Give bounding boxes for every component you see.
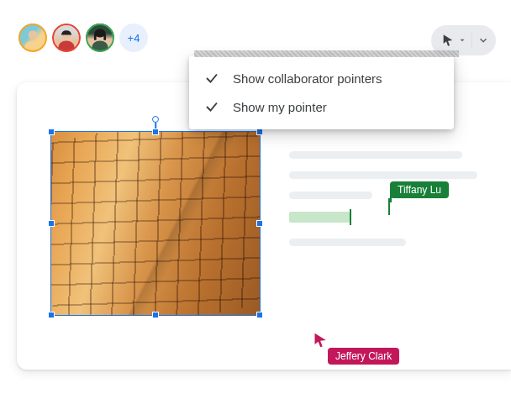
- resize-handle-bl[interactable]: [48, 312, 55, 318]
- pointer-icon: [441, 34, 455, 47]
- rotate-handle[interactable]: [152, 116, 159, 123]
- selected-image[interactable]: [50, 119, 261, 316]
- resize-handle-tr[interactable]: [256, 129, 263, 135]
- avatar[interactable]: [18, 24, 47, 52]
- collaborator-pointer-label-jeffery: Jeffery Clark: [328, 348, 399, 365]
- collaborator-pointer-jeffery: [313, 331, 329, 349]
- check-icon: [204, 71, 219, 86]
- chevron-down-icon: [477, 34, 489, 46]
- text-line-placeholder: [289, 151, 462, 159]
- text-block: [289, 151, 477, 259]
- resize-handle-tl[interactable]: [48, 129, 55, 135]
- collaborator-cursor-label-tiffany: Tiffany Lu: [390, 181, 449, 198]
- resize-handle-tm[interactable]: [152, 129, 159, 135]
- pointer-dropdown-menu: Show collaborator pointers Show my point…: [189, 55, 454, 129]
- text-line-placeholder: [289, 171, 477, 179]
- separator: [471, 32, 472, 49]
- avatar[interactable]: [52, 24, 81, 52]
- more-collaborators-badge[interactable]: +4: [119, 24, 148, 52]
- selection-outline: [50, 131, 261, 316]
- avatar[interactable]: [86, 24, 114, 52]
- resize-handle-bm[interactable]: [152, 312, 159, 318]
- pointer-icon: [313, 331, 329, 349]
- menu-item-show-my-pointer[interactable]: Show my pointer: [189, 92, 454, 121]
- resize-handle-br[interactable]: [256, 312, 263, 318]
- menu-item-label: Show my pointer: [233, 100, 327, 114]
- collaborator-name: Jeffery Clark: [335, 350, 392, 362]
- text-line-placeholder: [289, 192, 372, 199]
- selection-highlight: [289, 212, 350, 223]
- menu-item-show-collaborator-pointers[interactable]: Show collaborator pointers: [189, 64, 454, 92]
- resize-handle-ml[interactable]: [48, 220, 55, 227]
- collaborator-name: Tiffany Lu: [398, 184, 441, 196]
- more-count: +4: [128, 32, 140, 45]
- collaborator-avatars: +4: [18, 24, 148, 52]
- check-icon: [204, 99, 219, 114]
- text-line-placeholder: [289, 239, 406, 246]
- resize-handle-mr[interactable]: [256, 220, 263, 227]
- menu-item-label: Show collaborator pointers: [233, 71, 382, 86]
- caret-down-icon: [458, 36, 466, 45]
